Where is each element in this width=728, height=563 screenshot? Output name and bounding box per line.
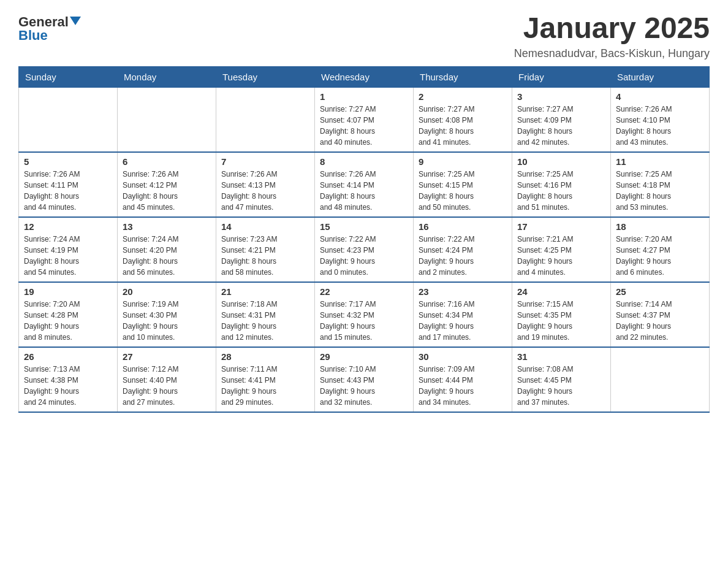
day-number: 8 <box>320 156 408 167</box>
day-info: Sunrise: 7:10 AM Sunset: 4:43 PM Dayligh… <box>320 364 408 408</box>
logo: General Blue <box>18 12 81 42</box>
day-number: 15 <box>320 221 408 232</box>
day-info: Sunrise: 7:16 AM Sunset: 4:34 PM Dayligh… <box>419 299 507 343</box>
calendar-header-friday: Friday <box>512 66 611 87</box>
calendar-header-sunday: Sunday <box>19 66 118 87</box>
day-info: Sunrise: 7:22 AM Sunset: 4:23 PM Dayligh… <box>320 234 408 278</box>
calendar-cell: 1Sunrise: 7:27 AM Sunset: 4:07 PM Daylig… <box>315 87 414 152</box>
logo-blue: Blue <box>18 29 48 42</box>
calendar-cell: 16Sunrise: 7:22 AM Sunset: 4:24 PM Dayli… <box>414 217 512 282</box>
month-title: January 2025 <box>514 12 710 45</box>
day-number: 16 <box>419 221 507 232</box>
day-info: Sunrise: 7:27 AM Sunset: 4:09 PM Dayligh… <box>517 104 605 148</box>
day-info: Sunrise: 7:08 AM Sunset: 4:45 PM Dayligh… <box>517 364 605 408</box>
day-info: Sunrise: 7:24 AM Sunset: 4:20 PM Dayligh… <box>123 234 211 278</box>
calendar-cell: 29Sunrise: 7:10 AM Sunset: 4:43 PM Dayli… <box>315 347 414 412</box>
calendar-week-row: 12Sunrise: 7:24 AM Sunset: 4:19 PM Dayli… <box>19 217 710 282</box>
day-info: Sunrise: 7:17 AM Sunset: 4:32 PM Dayligh… <box>320 299 408 343</box>
day-info: Sunrise: 7:20 AM Sunset: 4:28 PM Dayligh… <box>24 299 112 343</box>
day-number: 2 <box>419 91 507 102</box>
day-number: 4 <box>616 91 704 102</box>
day-number: 28 <box>221 351 309 362</box>
calendar-cell: 4Sunrise: 7:26 AM Sunset: 4:10 PM Daylig… <box>611 87 710 152</box>
day-number: 14 <box>221 221 309 232</box>
calendar-cell: 2Sunrise: 7:27 AM Sunset: 4:08 PM Daylig… <box>414 87 512 152</box>
calendar-cell: 26Sunrise: 7:13 AM Sunset: 4:38 PM Dayli… <box>19 347 118 412</box>
location: Nemesnadudvar, Bacs-Kiskun, Hungary <box>514 47 710 60</box>
day-number: 25 <box>616 286 704 297</box>
day-info: Sunrise: 7:27 AM Sunset: 4:07 PM Dayligh… <box>320 104 408 148</box>
day-number: 24 <box>517 286 605 297</box>
calendar-cell: 21Sunrise: 7:18 AM Sunset: 4:31 PM Dayli… <box>216 282 315 347</box>
day-info: Sunrise: 7:25 AM Sunset: 4:16 PM Dayligh… <box>517 169 605 213</box>
day-info: Sunrise: 7:26 AM Sunset: 4:11 PM Dayligh… <box>24 169 112 213</box>
calendar-header-thursday: Thursday <box>414 66 512 87</box>
calendar-cell: 10Sunrise: 7:25 AM Sunset: 4:16 PM Dayli… <box>512 152 611 217</box>
calendar-cell: 13Sunrise: 7:24 AM Sunset: 4:20 PM Dayli… <box>118 217 216 282</box>
day-number: 13 <box>123 221 211 232</box>
calendar-cell: 30Sunrise: 7:09 AM Sunset: 4:44 PM Dayli… <box>414 347 512 412</box>
day-number: 29 <box>320 351 408 362</box>
day-info: Sunrise: 7:15 AM Sunset: 4:35 PM Dayligh… <box>517 299 605 343</box>
calendar-cell: 18Sunrise: 7:20 AM Sunset: 4:27 PM Dayli… <box>611 217 710 282</box>
calendar-cell: 3Sunrise: 7:27 AM Sunset: 4:09 PM Daylig… <box>512 87 611 152</box>
day-info: Sunrise: 7:13 AM Sunset: 4:38 PM Dayligh… <box>24 364 112 408</box>
day-number: 9 <box>419 156 507 167</box>
day-info: Sunrise: 7:27 AM Sunset: 4:08 PM Dayligh… <box>419 104 507 148</box>
calendar-cell: 25Sunrise: 7:14 AM Sunset: 4:37 PM Dayli… <box>611 282 710 347</box>
calendar-cell: 27Sunrise: 7:12 AM Sunset: 4:40 PM Dayli… <box>118 347 216 412</box>
calendar-cell: 5Sunrise: 7:26 AM Sunset: 4:11 PM Daylig… <box>19 152 118 217</box>
day-number: 10 <box>517 156 605 167</box>
day-number: 22 <box>320 286 408 297</box>
day-info: Sunrise: 7:26 AM Sunset: 4:10 PM Dayligh… <box>616 104 704 148</box>
day-info: Sunrise: 7:20 AM Sunset: 4:27 PM Dayligh… <box>616 234 704 278</box>
day-info: Sunrise: 7:25 AM Sunset: 4:18 PM Dayligh… <box>616 169 704 213</box>
day-info: Sunrise: 7:19 AM Sunset: 4:30 PM Dayligh… <box>123 299 211 343</box>
calendar-cell: 15Sunrise: 7:22 AM Sunset: 4:23 PM Dayli… <box>315 217 414 282</box>
day-info: Sunrise: 7:26 AM Sunset: 4:14 PM Dayligh… <box>320 169 408 213</box>
day-info: Sunrise: 7:18 AM Sunset: 4:31 PM Dayligh… <box>221 299 309 343</box>
day-info: Sunrise: 7:11 AM Sunset: 4:41 PM Dayligh… <box>221 364 309 408</box>
calendar-cell: 28Sunrise: 7:11 AM Sunset: 4:41 PM Dayli… <box>216 347 315 412</box>
day-number: 20 <box>123 286 211 297</box>
day-number: 17 <box>517 221 605 232</box>
calendar-week-row: 5Sunrise: 7:26 AM Sunset: 4:11 PM Daylig… <box>19 152 710 217</box>
calendar-cell: 12Sunrise: 7:24 AM Sunset: 4:19 PM Dayli… <box>19 217 118 282</box>
day-number: 26 <box>24 351 112 362</box>
day-info: Sunrise: 7:14 AM Sunset: 4:37 PM Dayligh… <box>616 299 704 343</box>
logo-triangle-icon <box>70 17 81 25</box>
day-number: 1 <box>320 91 408 102</box>
day-info: Sunrise: 7:24 AM Sunset: 4:19 PM Dayligh… <box>24 234 112 278</box>
day-info: Sunrise: 7:26 AM Sunset: 4:12 PM Dayligh… <box>123 169 211 213</box>
calendar-cell: 7Sunrise: 7:26 AM Sunset: 4:13 PM Daylig… <box>216 152 315 217</box>
day-number: 18 <box>616 221 704 232</box>
calendar-cell: 20Sunrise: 7:19 AM Sunset: 4:30 PM Dayli… <box>118 282 216 347</box>
day-number: 3 <box>517 91 605 102</box>
title-area: January 2025 Nemesnadudvar, Bacs-Kiskun,… <box>514 12 710 60</box>
calendar-cell <box>19 87 118 152</box>
calendar-cell: 24Sunrise: 7:15 AM Sunset: 4:35 PM Dayli… <box>512 282 611 347</box>
day-number: 19 <box>24 286 112 297</box>
calendar-cell: 6Sunrise: 7:26 AM Sunset: 4:12 PM Daylig… <box>118 152 216 217</box>
calendar-header-saturday: Saturday <box>611 66 710 87</box>
calendar-cell: 23Sunrise: 7:16 AM Sunset: 4:34 PM Dayli… <box>414 282 512 347</box>
calendar-cell: 9Sunrise: 7:25 AM Sunset: 4:15 PM Daylig… <box>414 152 512 217</box>
calendar-week-row: 19Sunrise: 7:20 AM Sunset: 4:28 PM Dayli… <box>19 282 710 347</box>
calendar-header-monday: Monday <box>118 66 216 87</box>
calendar-cell: 22Sunrise: 7:17 AM Sunset: 4:32 PM Dayli… <box>315 282 414 347</box>
calendar-cell <box>611 347 710 412</box>
calendar-week-row: 26Sunrise: 7:13 AM Sunset: 4:38 PM Dayli… <box>19 347 710 412</box>
page-header: General Blue January 2025 Nemesnadudvar,… <box>18 12 710 60</box>
day-info: Sunrise: 7:26 AM Sunset: 4:13 PM Dayligh… <box>221 169 309 213</box>
day-number: 5 <box>24 156 112 167</box>
day-number: 31 <box>517 351 605 362</box>
day-number: 11 <box>616 156 704 167</box>
calendar-cell: 8Sunrise: 7:26 AM Sunset: 4:14 PM Daylig… <box>315 152 414 217</box>
day-info: Sunrise: 7:09 AM Sunset: 4:44 PM Dayligh… <box>419 364 507 408</box>
calendar-header-tuesday: Tuesday <box>216 66 315 87</box>
calendar-cell: 17Sunrise: 7:21 AM Sunset: 4:25 PM Dayli… <box>512 217 611 282</box>
day-number: 12 <box>24 221 112 232</box>
day-number: 21 <box>221 286 309 297</box>
day-number: 23 <box>419 286 507 297</box>
day-number: 7 <box>221 156 309 167</box>
